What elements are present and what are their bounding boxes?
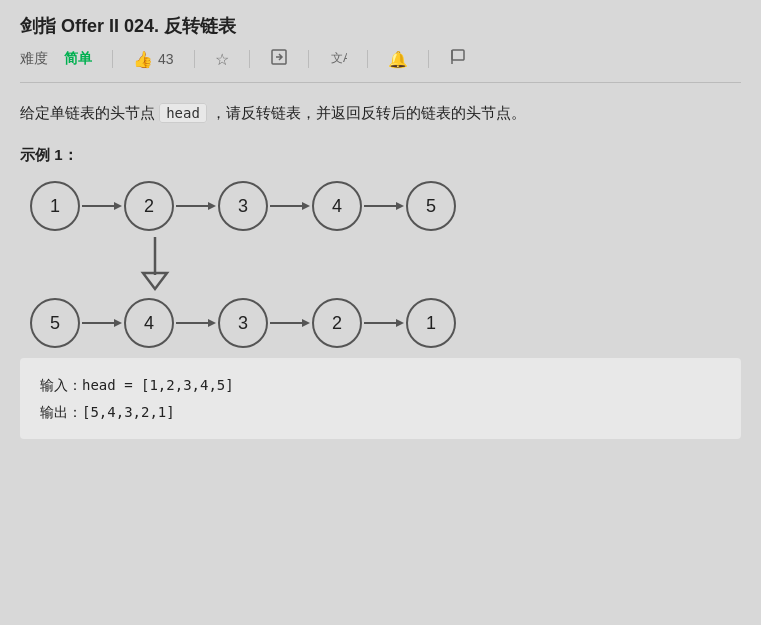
star-group[interactable]: ☆ <box>215 50 229 69</box>
node-2-before: 2 <box>124 181 174 231</box>
svg-marker-5 <box>114 202 122 210</box>
meta-separator-6 <box>428 50 429 68</box>
diagram-wrapper: 1 2 3 <box>20 181 741 348</box>
node-2-after: 2 <box>312 298 362 348</box>
content-section: 给定单链表的头节点 head ，请反转链表，并返回反转后的链表的头节点。 示例 … <box>0 83 761 459</box>
node-1-before: 1 <box>30 181 80 231</box>
meta-separator-2 <box>194 50 195 68</box>
arrow-4-3 <box>176 313 216 333</box>
svg-marker-11 <box>396 202 404 210</box>
input-value: head = [1,2,3,4,5] <box>82 377 234 393</box>
output-line: 输出：[5,4,3,2,1] <box>40 399 721 426</box>
code-block: 输入：head = [1,2,3,4,5] 输出：[5,4,3,2,1] <box>20 358 741 439</box>
description: 给定单链表的头节点 head ，请反转链表，并返回反转后的链表的头节点。 <box>20 99 741 126</box>
svg-text:文A: 文A <box>331 51 347 65</box>
list-after: 5 4 3 <box>30 298 456 348</box>
svg-marker-9 <box>302 202 310 210</box>
share-group[interactable] <box>270 48 288 70</box>
transform-arrow <box>135 237 175 292</box>
arrow-4-5 <box>364 196 404 216</box>
description-part2: ，请反转链表，并返回反转后的链表的头节点。 <box>207 104 526 121</box>
header-section: 剑指 Offer II 024. 反转链表 难度 简单 👍 43 ☆ <box>0 0 761 83</box>
list-before: 1 2 3 <box>30 181 456 231</box>
arrow-3-2 <box>270 313 310 333</box>
arrow-2-3 <box>176 196 216 216</box>
arrow-5-4 <box>82 313 122 333</box>
meta-separator <box>112 50 113 68</box>
arrow-3-4 <box>270 196 310 216</box>
bell-icon: 🔔 <box>388 50 408 69</box>
translate-group[interactable]: 文A <box>329 48 347 70</box>
difficulty-label: 难度 <box>20 50 48 68</box>
bell-group[interactable]: 🔔 <box>388 50 408 69</box>
svg-marker-15 <box>114 319 122 327</box>
meta-separator-4 <box>308 50 309 68</box>
node-5-after: 5 <box>30 298 80 348</box>
like-icon: 👍 <box>133 50 153 69</box>
like-group[interactable]: 👍 43 <box>133 50 174 69</box>
node-4-after: 4 <box>124 298 174 348</box>
page-title: 剑指 Offer II 024. 反转链表 <box>20 14 741 38</box>
share-icon <box>270 48 288 70</box>
input-label: 输入： <box>40 377 82 393</box>
example-title: 示例 1： <box>20 146 741 165</box>
translate-icon: 文A <box>329 48 347 70</box>
svg-marker-13 <box>143 273 167 289</box>
svg-marker-19 <box>302 319 310 327</box>
output-value: [5,4,3,2,1] <box>82 404 175 420</box>
page-container: 剑指 Offer II 024. 反转链表 难度 简单 👍 43 ☆ <box>0 0 761 459</box>
meta-separator-3 <box>249 50 250 68</box>
output-label: 输出： <box>40 404 82 420</box>
star-icon: ☆ <box>215 50 229 69</box>
svg-marker-7 <box>208 202 216 210</box>
meta-separator-5 <box>367 50 368 68</box>
arrow-1-2 <box>82 196 122 216</box>
flag-group[interactable] <box>449 48 467 70</box>
description-part1: 给定单链表的头节点 <box>20 104 159 121</box>
meta-row: 难度 简单 👍 43 ☆ <box>20 48 741 83</box>
difficulty-badge: 简单 <box>64 50 92 68</box>
flag-icon <box>449 48 467 70</box>
node-1-after: 1 <box>406 298 456 348</box>
arrow-2-1 <box>364 313 404 333</box>
input-line: 输入：head = [1,2,3,4,5] <box>40 372 721 399</box>
svg-rect-2 <box>452 50 464 60</box>
node-5-before: 5 <box>406 181 456 231</box>
like-count: 43 <box>158 51 174 67</box>
node-3-after: 3 <box>218 298 268 348</box>
svg-marker-21 <box>396 319 404 327</box>
head-code: head <box>159 103 207 123</box>
node-3-before: 3 <box>218 181 268 231</box>
svg-marker-17 <box>208 319 216 327</box>
node-4-before: 4 <box>312 181 362 231</box>
